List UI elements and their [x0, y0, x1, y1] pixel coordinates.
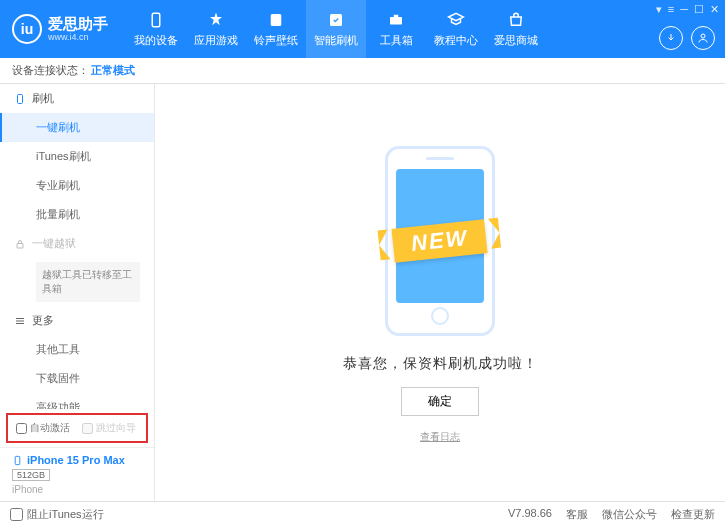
footer-link-support[interactable]: 客服: [566, 507, 588, 522]
success-message: 恭喜您，保资料刷机成功啦！: [343, 355, 538, 373]
status-value: 正常模式: [91, 63, 135, 78]
version-label: V7.98.66: [508, 507, 552, 522]
app-url: www.i4.cn: [48, 33, 108, 42]
sidebar-cat-flash[interactable]: 刷机: [0, 84, 154, 113]
minimize-icon[interactable]: ─: [680, 3, 688, 16]
sidebar: 刷机 一键刷机 iTunes刷机 专业刷机 批量刷机 一键越狱 越狱工具已转移至…: [0, 84, 155, 501]
user-icon[interactable]: [691, 26, 715, 50]
sidebar-item-oneclick-flash[interactable]: 一键刷机: [0, 113, 154, 142]
checkbox-skip-setup[interactable]: 跳过向导: [82, 421, 136, 435]
menu-icon[interactable]: ▾: [656, 3, 662, 16]
sidebar-cat-more[interactable]: 更多: [0, 306, 154, 335]
footer: 阻止iTunes运行 V7.98.66 客服 微信公众号 检查更新: [0, 501, 725, 527]
nav-store[interactable]: 爱思商城: [486, 0, 546, 58]
nav-toolbox[interactable]: 工具箱: [366, 0, 426, 58]
settings-icon[interactable]: ≡: [668, 3, 674, 16]
app-header: iu 爱思助手 www.i4.cn 我的设备 应用游戏 铃声壁纸 智能刷机 工具…: [0, 0, 725, 58]
svg-rect-0: [152, 13, 160, 27]
svg-rect-3: [390, 17, 402, 25]
top-nav: 我的设备 应用游戏 铃声壁纸 智能刷机 工具箱 教程中心 爱思商城: [126, 0, 546, 58]
status-bar: 设备连接状态： 正常模式: [0, 58, 725, 84]
header-right-icons: [659, 26, 715, 50]
main-content: NEW 恭喜您，保资料刷机成功啦！ 确定 查看日志: [155, 84, 725, 501]
sidebar-item-batch-flash[interactable]: 批量刷机: [0, 200, 154, 229]
success-illustration: NEW: [350, 141, 530, 341]
jailbreak-moved-note: 越狱工具已转移至工具箱: [36, 262, 140, 302]
close-icon[interactable]: ✕: [710, 3, 719, 16]
view-log-link[interactable]: 查看日志: [420, 430, 460, 444]
svg-rect-8: [15, 456, 20, 464]
status-label: 设备连接状态：: [12, 63, 89, 78]
svg-rect-7: [17, 243, 23, 248]
maximize-icon[interactable]: ☐: [694, 3, 704, 16]
sidebar-item-advanced[interactable]: 高级功能: [0, 393, 154, 409]
app-logo: iu 爱思助手 www.i4.cn: [12, 14, 108, 44]
sidebar-item-download-firmware[interactable]: 下载固件: [0, 364, 154, 393]
checkbox-auto-activate[interactable]: 自动激活: [16, 421, 70, 435]
device-name[interactable]: iPhone 15 Pro Max: [12, 454, 142, 466]
footer-link-wechat[interactable]: 微信公众号: [602, 507, 657, 522]
device-capacity: 512GB: [12, 469, 50, 481]
svg-rect-1: [271, 14, 282, 26]
nav-apps-games[interactable]: 应用游戏: [186, 0, 246, 58]
svg-point-5: [701, 34, 705, 38]
sidebar-item-itunes-flash[interactable]: iTunes刷机: [0, 142, 154, 171]
device-info-panel: iPhone 15 Pro Max 512GB iPhone: [0, 447, 154, 501]
sidebar-cat-jailbreak: 一键越狱: [0, 229, 154, 258]
svg-rect-4: [394, 14, 399, 17]
nav-ringtones[interactable]: 铃声壁纸: [246, 0, 306, 58]
sidebar-item-other-tools[interactable]: 其他工具: [0, 335, 154, 364]
ok-button[interactable]: 确定: [401, 387, 479, 416]
footer-link-update[interactable]: 检查更新: [671, 507, 715, 522]
app-title: 爱思助手: [48, 16, 108, 31]
checkbox-block-itunes[interactable]: 阻止iTunes运行: [10, 507, 104, 522]
nav-my-device[interactable]: 我的设备: [126, 0, 186, 58]
activation-options-row: 自动激活 跳过向导: [6, 413, 148, 443]
window-controls: ▾ ≡ ─ ☐ ✕: [656, 3, 719, 16]
logo-icon: iu: [12, 14, 42, 44]
nav-smart-flash[interactable]: 智能刷机: [306, 0, 366, 58]
device-type: iPhone: [12, 484, 142, 495]
sidebar-item-pro-flash[interactable]: 专业刷机: [0, 171, 154, 200]
nav-tutorials[interactable]: 教程中心: [426, 0, 486, 58]
download-icon[interactable]: [659, 26, 683, 50]
svg-rect-6: [18, 94, 23, 103]
